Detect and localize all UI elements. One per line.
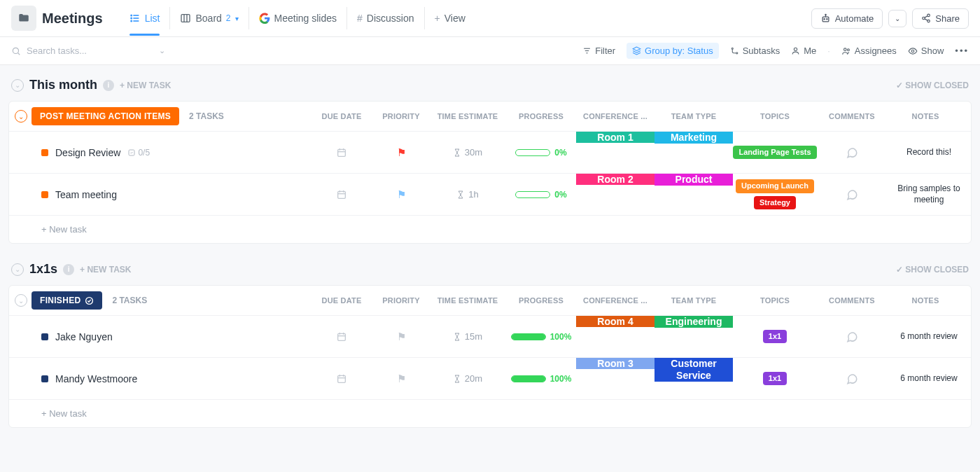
estimate-cell[interactable]: 1h [429, 174, 506, 215]
calendar-icon [336, 189, 347, 200]
filter-icon [582, 46, 592, 55]
topics-cell[interactable]: Landing Page Tests [733, 132, 817, 173]
info-icon[interactable]: i [63, 264, 74, 275]
topic-tag[interactable]: Upcoming Launch [736, 179, 814, 193]
progress-cell[interactable]: 100% [506, 358, 576, 399]
comments-cell[interactable] [817, 174, 887, 215]
tab-label: View [444, 13, 465, 24]
calendar-icon [336, 331, 347, 342]
search-wrap: ⌄ [11, 46, 165, 56]
notes-cell[interactable]: 6 month review [887, 358, 971, 399]
priority-cell[interactable]: ⚑ [373, 358, 429, 399]
tab-slides[interactable]: Meeting slides [248, 7, 347, 29]
svg-marker-24 [633, 47, 640, 50]
tab-board[interactable]: Board 2 ▾ [169, 7, 248, 29]
add-task-button[interactable]: + New task [9, 215, 971, 243]
comments-cell[interactable] [817, 132, 887, 173]
team-cell[interactable]: Product [654, 174, 733, 186]
topics-cell[interactable]: 1x1 [733, 358, 817, 399]
notes-cell[interactable]: Bring samples to meeting [887, 174, 971, 215]
status-pill[interactable]: POST MEETING ACTION ITEMS [31, 107, 179, 125]
assignees-button[interactable]: Assignees [841, 46, 897, 56]
calendar-icon [336, 147, 347, 158]
comments-cell[interactable] [817, 358, 887, 399]
collapse-toggle[interactable]: ⌄ [11, 79, 24, 92]
topic-tag[interactable]: 1x1 [763, 372, 787, 385]
info-icon[interactable]: i [103, 80, 114, 91]
show-button[interactable]: Show [908, 46, 944, 56]
status-square-icon [41, 149, 48, 156]
new-task-button[interactable]: + NEW TASK [120, 81, 171, 90]
me-label: Me [804, 46, 816, 56]
task-name: Team meeting [55, 189, 117, 200]
notes-cell[interactable]: Record this! [887, 132, 971, 173]
folder-icon-button[interactable] [11, 6, 36, 31]
group-collapse-toggle[interactable]: ⌄ [15, 110, 27, 123]
due-date-cell[interactable] [310, 358, 373, 399]
estimate-cell[interactable]: 30m [429, 132, 506, 173]
room-cell[interactable]: Room 3 [576, 358, 654, 369]
toolbar-right: Filter Group by: Status Subtasks Me · As… [582, 43, 969, 59]
team-cell[interactable]: Customer Service [654, 358, 733, 382]
due-date-cell[interactable] [310, 132, 373, 173]
comments-cell[interactable] [817, 316, 887, 357]
room-cell[interactable]: Room 1 [576, 132, 654, 143]
topics-cell[interactable]: 1x1 [733, 316, 817, 357]
group-collapse-toggle[interactable]: ⌄ [15, 294, 27, 307]
user-icon [791, 46, 800, 55]
svg-line-18 [925, 19, 927, 20]
status-square-icon [41, 333, 48, 340]
room-cell[interactable]: Room 2 [576, 174, 654, 185]
groupby-button[interactable]: Group by: Status [626, 43, 719, 59]
automate-button[interactable]: Automate [811, 8, 883, 29]
task-group: ⌄ FINISHED 2 TASKS DUE DATE PRIORITY TIM… [8, 285, 972, 428]
svg-point-4 [131, 18, 132, 18]
progress-cell[interactable]: 0% [506, 132, 576, 173]
topic-tag[interactable]: 1x1 [763, 330, 787, 343]
notes-cell[interactable]: 6 month review [887, 316, 971, 357]
estimate-cell[interactable]: 20m [429, 358, 506, 399]
room-cell[interactable]: Room 4 [576, 316, 654, 327]
collapse-toggle[interactable]: ⌄ [11, 263, 24, 276]
svg-rect-41 [338, 333, 346, 340]
robot-icon [820, 13, 831, 24]
show-closed-button[interactable]: ✓ SHOW CLOSED [896, 81, 969, 90]
add-task-button[interactable]: + New task [9, 399, 971, 427]
svg-point-16 [927, 20, 930, 22]
topic-tag[interactable]: Landing Page Tests [733, 146, 816, 159]
team-cell[interactable]: Engineering [654, 316, 733, 328]
subtasks-button[interactable]: Subtasks [730, 46, 780, 56]
share-button[interactable]: Share [912, 8, 969, 29]
more-menu[interactable]: ••• [955, 46, 969, 56]
users-icon [841, 46, 851, 56]
due-date-cell[interactable] [310, 316, 373, 357]
separator: · [827, 46, 830, 56]
search-input[interactable] [27, 46, 150, 56]
comment-icon [846, 146, 858, 159]
tab-discussion[interactable]: # Discussion [346, 7, 424, 29]
priority-cell[interactable]: ⚑ [373, 132, 429, 173]
show-closed-button[interactable]: ✓ SHOW CLOSED [896, 265, 969, 275]
me-button[interactable]: Me [791, 46, 816, 56]
progress-cell[interactable]: 0% [506, 174, 576, 215]
due-date-cell[interactable] [310, 174, 373, 215]
tab-add-view[interactable]: + View [424, 7, 475, 29]
task-row[interactable]: Team meeting ⚑ 1h 0% Room 2 Product Upco… [9, 173, 971, 215]
tab-list[interactable]: List [120, 7, 170, 29]
estimate-cell[interactable]: 15m [429, 316, 506, 357]
search-dropdown[interactable]: ⌄ [159, 46, 165, 55]
topic-tag[interactable]: Strategy [754, 196, 796, 209]
priority-cell[interactable]: ⚑ [373, 174, 429, 215]
task-row[interactable]: Jake Nguyen ⚑ 15m 100% Room 4 Engineerin… [9, 315, 971, 357]
task-row[interactable]: Design Review 0/5 ⚑ 30m 0% Room 1 Market… [9, 131, 971, 173]
task-row[interactable]: Mandy Westmoore ⚑ 20m 100% Room 3 Custom… [9, 357, 971, 399]
progress-cell[interactable]: 100% [506, 316, 576, 357]
topics-cell[interactable]: Upcoming LaunchStrategy [733, 174, 817, 215]
new-task-button[interactable]: + NEW TASK [80, 265, 131, 275]
priority-cell[interactable]: ⚑ [373, 316, 429, 357]
automate-dropdown[interactable]: ⌄ [888, 10, 906, 27]
svg-rect-6 [181, 15, 190, 22]
filter-button[interactable]: Filter [582, 46, 615, 56]
status-pill[interactable]: FINISHED [31, 291, 102, 310]
team-cell[interactable]: Marketing [654, 132, 733, 144]
